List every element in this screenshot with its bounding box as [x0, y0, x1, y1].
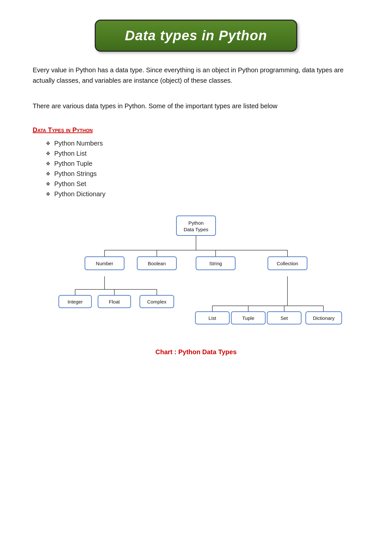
- list-item-list: Python List: [46, 150, 359, 157]
- intro-paragraph-2: There are various data types in Python. …: [33, 101, 359, 111]
- chart-caption: Chart : Python Data Types: [155, 348, 237, 356]
- bullet-list: Python Numbers Python List Python Tuple …: [46, 140, 359, 198]
- list-item-tuple: Python Tuple: [46, 160, 359, 167]
- node-boolean-text: Boolean: [148, 261, 166, 266]
- list-item-dictionary: Python Dictionary: [46, 190, 359, 198]
- node-float-text: Float: [109, 299, 120, 304]
- node-root-text-line1: Python: [188, 220, 204, 226]
- node-string-text: String: [209, 261, 222, 266]
- node-set-text: Set: [281, 315, 288, 321]
- list-item-set: Python Set: [46, 180, 359, 188]
- page-title: Data types in Python: [115, 28, 277, 43]
- node-collection-text: Collection: [277, 261, 298, 266]
- node-list-text: List: [208, 315, 216, 321]
- list-item-numbers: Python Numbers: [46, 140, 359, 147]
- node-tuple-text: Tuple: [242, 315, 254, 321]
- tree-diagram: Python Data Types Number Boolean String …: [33, 211, 359, 342]
- node-dictionary-text: Dictionary: [313, 315, 335, 321]
- node-root: [176, 216, 216, 235]
- node-integer-text: Integer: [68, 299, 83, 304]
- chart-container: Python Data Types Number Boolean String …: [33, 211, 359, 356]
- section-link[interactable]: Data Types in Python: [33, 126, 359, 134]
- header-box: Data types in Python: [95, 20, 297, 52]
- list-item-strings: Python Strings: [46, 170, 359, 178]
- node-complex-text: Complex: [147, 299, 167, 304]
- node-root-text-line2: Data Types: [184, 227, 208, 232]
- node-number-text: Number: [96, 261, 113, 266]
- intro-paragraph-1: Every value in Python has a data type. S…: [33, 65, 359, 86]
